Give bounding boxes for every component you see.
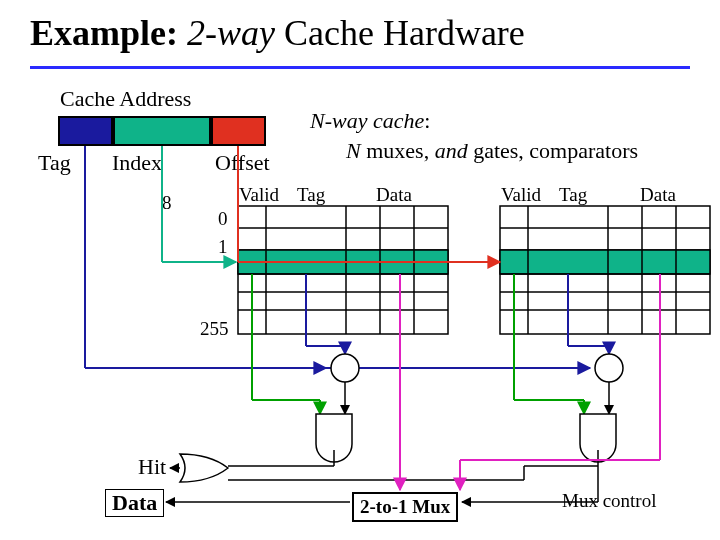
- svg-rect-14: [500, 250, 710, 274]
- svg-point-42: [595, 354, 623, 382]
- diagram-svg: [0, 0, 720, 540]
- svg-point-41: [331, 354, 359, 382]
